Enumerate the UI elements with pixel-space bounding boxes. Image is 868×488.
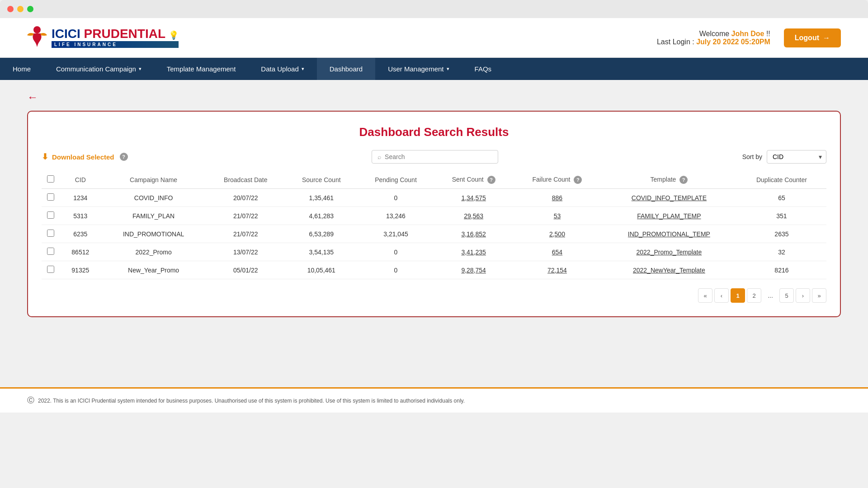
last-login-line: Last Login : July 20 2022 05:20PM bbox=[657, 38, 770, 46]
row-checkbox-cell bbox=[42, 261, 60, 279]
row-source-count: 4,61,283 bbox=[285, 207, 358, 225]
row-failure-count[interactable]: 886 bbox=[513, 189, 601, 207]
row-failure-count[interactable]: 2,500 bbox=[513, 225, 601, 243]
welcome-line: Welcome John Doe !! bbox=[657, 30, 770, 38]
row-checkbox-3[interactable] bbox=[47, 248, 54, 255]
welcome-suffix: !! bbox=[764, 30, 770, 38]
row-checkbox-0[interactable] bbox=[47, 193, 54, 201]
pagination-page-5-button[interactable]: 5 bbox=[779, 288, 794, 303]
svg-point-0 bbox=[33, 26, 41, 33]
window-minimize-dot[interactable] bbox=[17, 6, 24, 12]
nav-item-template-management[interactable]: Template Management bbox=[154, 58, 249, 80]
nav-item-dashboard[interactable]: Dashboard bbox=[317, 58, 375, 80]
logo-name: ICICI PRUDENTIAL 💡 bbox=[52, 28, 179, 40]
pagination: « ‹ 1 2 ... 5 › » bbox=[42, 288, 826, 303]
row-duplicate-counter: 32 bbox=[737, 243, 826, 261]
failure-count-help-icon[interactable]: ? bbox=[574, 176, 582, 184]
toolbar: ⬇ Download Selected ? ⌕ Sort by CID Camp… bbox=[42, 150, 826, 164]
row-failure-count[interactable]: 53 bbox=[513, 207, 601, 225]
row-checkbox-cell bbox=[42, 207, 60, 225]
sent-count-help-icon[interactable]: ? bbox=[487, 176, 495, 184]
logo-icici: ICICI bbox=[52, 27, 80, 41]
row-pending-count: 3,21,045 bbox=[358, 225, 434, 243]
row-sent-count[interactable]: 9,28,754 bbox=[434, 261, 513, 279]
row-template[interactable]: FAMILY_PLAM_TEMP bbox=[601, 207, 737, 225]
nav-comm-campaign-label: Communication Campaign bbox=[56, 65, 136, 73]
row-duplicate-counter: 65 bbox=[737, 189, 826, 207]
toolbar-left: ⬇ Download Selected ? bbox=[42, 152, 128, 162]
window-close-dot[interactable] bbox=[7, 6, 14, 12]
pagination-next-button[interactable]: › bbox=[796, 288, 810, 303]
row-template[interactable]: 2022_NewYear_Template bbox=[601, 261, 737, 279]
search-icon: ⌕ bbox=[377, 153, 381, 160]
pagination-prev-button[interactable]: ‹ bbox=[714, 288, 729, 303]
nav-user-mgmt-label: User Management bbox=[388, 65, 443, 73]
row-sent-count[interactable]: 1,34,575 bbox=[434, 189, 513, 207]
row-cid: 1234 bbox=[60, 189, 101, 207]
col-header-sent-count: Sent Count ? bbox=[434, 171, 513, 189]
row-duplicate-counter: 351 bbox=[737, 207, 826, 225]
download-icon: ⬇ bbox=[42, 152, 48, 162]
nav-item-communication-campaign[interactable]: Communication Campaign ▾ bbox=[43, 58, 154, 80]
pagination-page-1-button[interactable]: 1 bbox=[731, 288, 745, 303]
row-sent-count[interactable]: 3,16,852 bbox=[434, 225, 513, 243]
chevron-down-icon-2: ▾ bbox=[302, 66, 304, 72]
search-box[interactable]: ⌕ bbox=[372, 150, 498, 164]
welcome-prefix: Welcome bbox=[699, 30, 731, 38]
row-failure-count[interactable]: 654 bbox=[513, 243, 601, 261]
row-checkbox-cell bbox=[42, 243, 60, 261]
table-row: 1234 COVID_INFO 20/07/22 1,35,461 0 1,34… bbox=[42, 189, 826, 207]
nav-home-label: Home bbox=[13, 65, 31, 73]
select-all-checkbox[interactable] bbox=[47, 175, 54, 183]
row-pending-count: 0 bbox=[358, 243, 434, 261]
row-template[interactable]: IND_PROMOTIONAL_TEMP bbox=[601, 225, 737, 243]
download-label: Download Selected bbox=[52, 153, 114, 161]
username: John Doe bbox=[731, 30, 764, 38]
row-cid: 5313 bbox=[60, 207, 101, 225]
row-broadcast-date: 20/07/22 bbox=[206, 189, 285, 207]
table-row: 6235 IND_PROMOTIONAL 21/07/22 6,53,289 3… bbox=[42, 225, 826, 243]
row-checkbox-4[interactable] bbox=[47, 266, 54, 273]
logout-button[interactable]: Logout → bbox=[784, 28, 841, 47]
select-all-header bbox=[42, 171, 60, 189]
navbar: Home Communication Campaign ▾ Template M… bbox=[0, 58, 868, 80]
download-selected-button[interactable]: ⬇ Download Selected bbox=[42, 152, 114, 162]
logo-prudential: PRUDENTIAL bbox=[80, 27, 165, 41]
nav-item-user-management[interactable]: User Management ▾ bbox=[375, 58, 462, 80]
row-sent-count[interactable]: 29,563 bbox=[434, 207, 513, 225]
row-template[interactable]: 2022_Promo_Template bbox=[601, 243, 737, 261]
logo-subtitle: LIFE INSURANCE bbox=[52, 41, 179, 48]
last-login-prefix: Last Login : bbox=[657, 38, 696, 46]
row-template[interactable]: COVID_INFO_TEMPLATE bbox=[601, 189, 737, 207]
nav-item-data-upload[interactable]: Data Upload ▾ bbox=[248, 58, 316, 80]
row-broadcast-date: 13/07/22 bbox=[206, 243, 285, 261]
sort-select[interactable]: CID Campaign Name Broadcast Date bbox=[767, 150, 826, 164]
row-failure-count[interactable]: 72,154 bbox=[513, 261, 601, 279]
logo-decoration: 💡 bbox=[169, 31, 179, 40]
row-sent-count[interactable]: 3,41,235 bbox=[434, 243, 513, 261]
search-input[interactable] bbox=[385, 153, 492, 160]
row-checkbox-2[interactable] bbox=[47, 230, 54, 237]
table-row: 86512 2022_Promo 13/07/22 3,54,135 0 3,4… bbox=[42, 243, 826, 261]
pagination-ellipsis: ... bbox=[763, 288, 778, 303]
template-help-icon[interactable]: ? bbox=[679, 176, 688, 184]
pagination-first-button[interactable]: « bbox=[698, 288, 712, 303]
row-pending-count: 13,246 bbox=[358, 207, 434, 225]
nav-item-home[interactable]: Home bbox=[0, 58, 43, 80]
nav-dashboard-label: Dashboard bbox=[330, 65, 363, 73]
row-broadcast-date: 21/07/22 bbox=[206, 225, 285, 243]
nav-data-upload-label: Data Upload bbox=[261, 65, 298, 73]
back-arrow-button[interactable]: ← bbox=[27, 91, 38, 103]
col-header-cid: CID bbox=[60, 171, 101, 189]
row-duplicate-counter: 8216 bbox=[737, 261, 826, 279]
pagination-page-2-button[interactable]: 2 bbox=[747, 288, 761, 303]
row-checkbox-1[interactable] bbox=[47, 211, 54, 219]
nav-item-faqs[interactable]: FAQs bbox=[462, 58, 505, 80]
pagination-last-button[interactable]: » bbox=[812, 288, 826, 303]
table-body: 1234 COVID_INFO 20/07/22 1,35,461 0 1,34… bbox=[42, 189, 826, 279]
window-maximize-dot[interactable] bbox=[27, 6, 33, 12]
col-header-campaign-name: Campaign Name bbox=[101, 171, 206, 189]
row-cid: 91325 bbox=[60, 261, 101, 279]
download-help-icon[interactable]: ? bbox=[120, 153, 128, 161]
col-header-template: Template ? bbox=[601, 171, 737, 189]
